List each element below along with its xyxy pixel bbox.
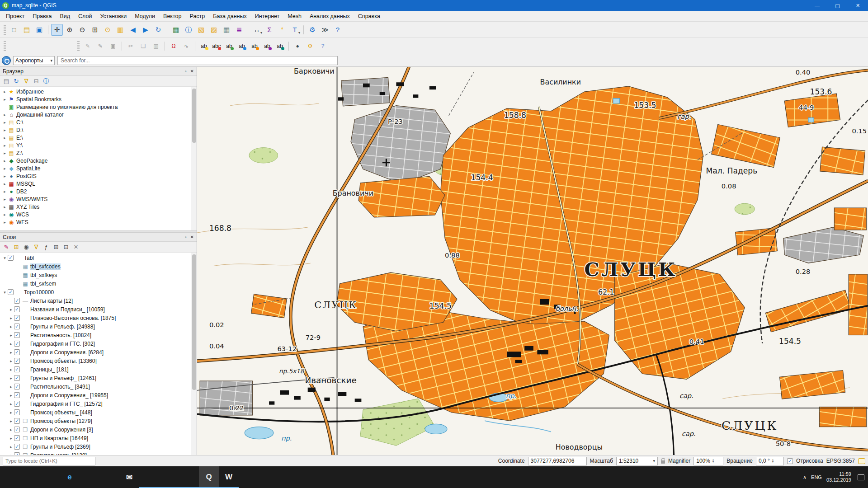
- menu-help[interactable]: Справка: [354, 12, 384, 21]
- qgis-app[interactable]: Q: [199, 466, 219, 488]
- current-edits-button[interactable]: ✎: [82, 40, 94, 52]
- rotate-label-button[interactable]: ab: [261, 40, 273, 52]
- browser-item-home[interactable]: ▸ ⌂ Домашний каталог: [0, 111, 191, 118]
- browser-item-drive-c[interactable]: ▸ ▤ C:\: [0, 118, 191, 126]
- text-annotation-button[interactable]: T ▾: [289, 24, 301, 36]
- zoom-out-button[interactable]: ⊖: [76, 24, 88, 36]
- layer-dorogi-1[interactable]: ▸ ✓ Дороги и Сооружения. [6284]: [0, 348, 191, 357]
- layer-rastitelnost-1[interactable]: ▸ ✓ Растительность. [10824]: [0, 331, 191, 339]
- processing-toolbox-button[interactable]: ⚙: [307, 24, 318, 36]
- layer-checkbox[interactable]: ✓: [14, 298, 20, 304]
- layer-group-topo100000[interactable]: ▾ ✓ Topo100000: [0, 288, 191, 296]
- layer-dorogi-3[interactable]: ▸ ✓ ❒ Дороги и Сооружения [3]: [0, 425, 191, 434]
- new-project-button[interactable]: □: [8, 24, 20, 36]
- rotation-spinbox[interactable]: 0,0 ° ▴▾: [756, 457, 784, 465]
- browser-item-project-home[interactable]: ▣ Размещение по умолчанию для проекта: [0, 103, 191, 111]
- highlight-labels-button[interactable]: ab: [236, 40, 248, 52]
- edge-app[interactable]: e: [60, 466, 80, 488]
- open-attribute-table-button[interactable]: ▦: [221, 24, 232, 36]
- search-input[interactable]: [57, 56, 338, 65]
- layer-checkbox[interactable]: ✓: [14, 452, 20, 455]
- browser-item-drive-e[interactable]: ▸ ▤ E:\: [0, 134, 191, 141]
- tracing-button[interactable]: ∿: [180, 40, 192, 52]
- expand-arrow-icon[interactable]: ▸: [2, 212, 8, 217]
- identify-features-button[interactable]: ⓘ: [183, 24, 194, 36]
- menu-edit[interactable]: Правка: [28, 12, 56, 21]
- save-project-button[interactable]: ▣: [33, 24, 45, 36]
- scrollbar-thumb[interactable]: [192, 89, 196, 143]
- crs-indicator[interactable]: EPSG:3857: [826, 458, 855, 464]
- layer-tbl-sxfcodes[interactable]: ✓ ▦ tbl_sxfcodes: [0, 262, 191, 271]
- browser-item-xyz[interactable]: ▸ ▦ XYZ Tiles: [0, 203, 191, 211]
- maximize-button[interactable]: ▢: [827, 0, 848, 11]
- layer-checkbox[interactable]: ✓: [14, 349, 20, 355]
- pin-labels-button[interactable]: ab: [223, 40, 235, 52]
- expand-all-button[interactable]: ⊞: [52, 243, 61, 252]
- layer-promsoc-2[interactable]: ▸ ✓ Промсоц объекты_ [448]: [0, 408, 191, 417]
- remove-layer-button[interactable]: ✕: [71, 243, 80, 252]
- layer-rastitelnost-2[interactable]: ▸ ✓ Растительность_ [3491]: [0, 382, 191, 391]
- qgis-ring-app[interactable]: [159, 466, 179, 488]
- layer-promsoc-3[interactable]: ▸ ✓ ❒ Промсоц объекты [1279]: [0, 417, 191, 425]
- qgis-installer-app[interactable]: [179, 466, 199, 488]
- chrome-app[interactable]: [139, 466, 159, 488]
- change-label-button[interactable]: ab: [274, 40, 286, 52]
- expand-arrow-icon[interactable]: ▸: [8, 333, 14, 338]
- layer-np-kvartaly[interactable]: ▸ ✓ ❒ НП и Кварталы [16449]: [0, 434, 191, 442]
- layer-nazvaniya-podpisi[interactable]: ▸ ✓ Названия и Подписи_ [10059]: [0, 305, 191, 314]
- expand-arrow-icon[interactable]: ▸: [8, 342, 14, 346]
- browser-item-drive-z[interactable]: ▸ ▤ Z:\: [0, 149, 191, 157]
- expand-arrow-icon[interactable]: ▸: [2, 166, 8, 171]
- layer-gidrografiya-2[interactable]: ▸ ✓ Гидрография и ГТС_ [12572]: [0, 399, 191, 408]
- separator[interactable]: [48, 25, 48, 34]
- expand-arrow-icon[interactable]: ▸: [8, 385, 14, 389]
- expand-arrow-icon[interactable]: ▸: [8, 402, 14, 406]
- layer-labeling-button[interactable]: ab: [198, 40, 210, 52]
- layer-checkbox[interactable]: ✓: [8, 255, 14, 261]
- menu-layer[interactable]: Слой: [74, 12, 96, 21]
- expand-arrow-icon[interactable]: ▸: [2, 197, 8, 202]
- browser-item-geopackage[interactable]: ▸ ◆ GeoPackage: [0, 157, 191, 164]
- new-map-view-button[interactable]: ▦: [170, 24, 182, 36]
- expand-arrow-icon[interactable]: ▾: [2, 256, 8, 260]
- expand-arrow-icon[interactable]: ▸: [2, 205, 8, 209]
- browser-item-wcs[interactable]: ▸ ◉ WCS: [0, 211, 191, 218]
- layer-checkbox[interactable]: ✓: [8, 289, 14, 295]
- add-selected-layers-button[interactable]: ▤: [2, 77, 11, 86]
- statistical-summary-button[interactable]: Σ: [264, 24, 275, 36]
- open-layer-styling-button[interactable]: ✎: [2, 243, 11, 252]
- browser-scrollbar[interactable]: [191, 87, 197, 230]
- separator[interactable]: [167, 25, 167, 34]
- browser-item-spatialite[interactable]: ▸ ◆ SpatiaLite: [0, 164, 191, 172]
- lock-scale-icon[interactable]: [661, 460, 665, 464]
- collapse-all-button[interactable]: ⊟: [61, 243, 71, 252]
- separator[interactable]: [288, 42, 289, 51]
- properties-button[interactable]: ⓘ: [42, 77, 51, 86]
- browser-item-drive-y[interactable]: ▸ ▤ Y:\: [0, 141, 191, 149]
- separator[interactable]: [122, 42, 122, 51]
- expand-arrow-icon[interactable]: ▸: [8, 376, 14, 380]
- expand-arrow-icon[interactable]: ▸: [2, 113, 8, 117]
- expand-arrow-icon[interactable]: ▸: [8, 436, 14, 441]
- word-app[interactable]: W: [219, 466, 239, 488]
- search-layer-combo[interactable]: Аэропорты ▾: [13, 56, 55, 65]
- expand-arrow-icon[interactable]: ▸: [2, 97, 8, 102]
- coordinate-value[interactable]: 3077277,6982706: [528, 457, 587, 465]
- browser-item-favorites[interactable]: ▸ ★ Избранное: [0, 88, 191, 95]
- toolbar-grip[interactable]: [4, 25, 6, 35]
- browser-item-spatial-bookmarks[interactable]: ▸ ⚑ Spatial Bookmarks: [0, 95, 191, 103]
- move-label-button[interactable]: ab: [249, 40, 260, 52]
- layer-gidrografiya-1[interactable]: ▸ ✓ Гидрография и ГТС. [302]: [0, 339, 191, 348]
- layer-planovo-vysotnaya[interactable]: ▸ ✓ Планово-Высотная основа. [1875]: [0, 314, 191, 322]
- plugin-globe-button[interactable]: ●: [292, 40, 303, 52]
- expand-arrow-icon[interactable]: ▸: [8, 445, 14, 449]
- browser-item-drive-d[interactable]: ▸ ▤ D:\: [0, 126, 191, 134]
- store-app[interactable]: [99, 466, 119, 488]
- expand-arrow-icon[interactable]: ▸: [2, 151, 8, 155]
- scrollbar-thumb[interactable]: [192, 254, 196, 390]
- zoom-last-button[interactable]: ◀: [127, 24, 139, 36]
- render-checkbox[interactable]: ✓: [787, 458, 793, 464]
- magnifier-spinbox[interactable]: 100% ▴▾: [693, 457, 723, 465]
- paste-features-button[interactable]: ▥: [150, 40, 162, 52]
- expand-arrow-icon[interactable]: ▸: [8, 316, 14, 320]
